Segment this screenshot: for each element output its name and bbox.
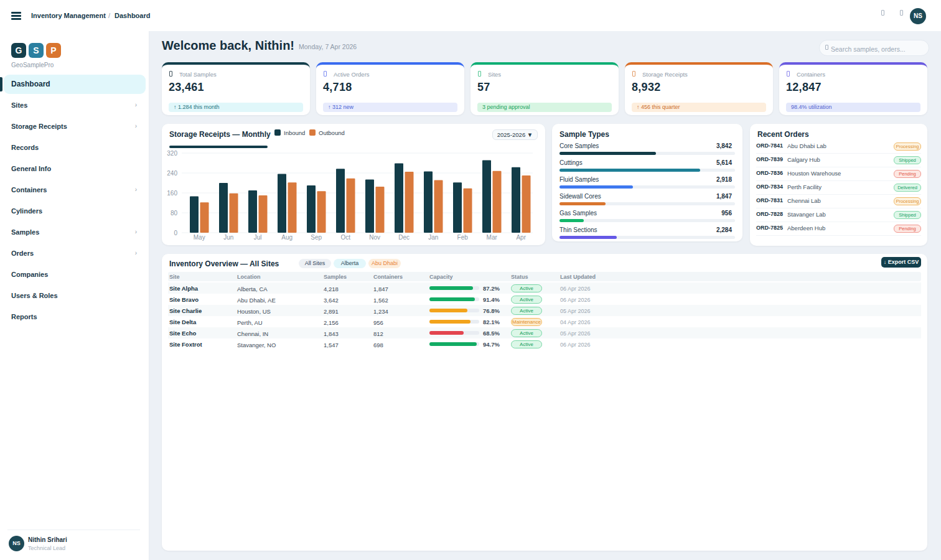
svg-text:Aug: Aug (281, 234, 293, 241)
svg-text:80: 80 (171, 210, 178, 217)
svg-text:Jul: Jul (254, 234, 262, 241)
svg-text:Mar: Mar (487, 234, 498, 241)
svg-text:160: 160 (167, 190, 177, 197)
svg-text:May: May (194, 234, 205, 241)
svg-text:Nov: Nov (369, 234, 380, 241)
svg-text:0: 0 (174, 230, 177, 236)
svg-text:Jan: Jan (428, 234, 438, 241)
svg-text:Oct: Oct (340, 234, 350, 241)
svg-text:Sep: Sep (311, 234, 322, 241)
svg-text:Dec: Dec (398, 234, 410, 241)
svg-text:240: 240 (167, 170, 177, 177)
svg-text:Feb: Feb (457, 234, 469, 241)
svg-text:Apr: Apr (516, 234, 526, 241)
svg-text:Jun: Jun (223, 234, 233, 241)
svg-text:320: 320 (167, 150, 177, 157)
